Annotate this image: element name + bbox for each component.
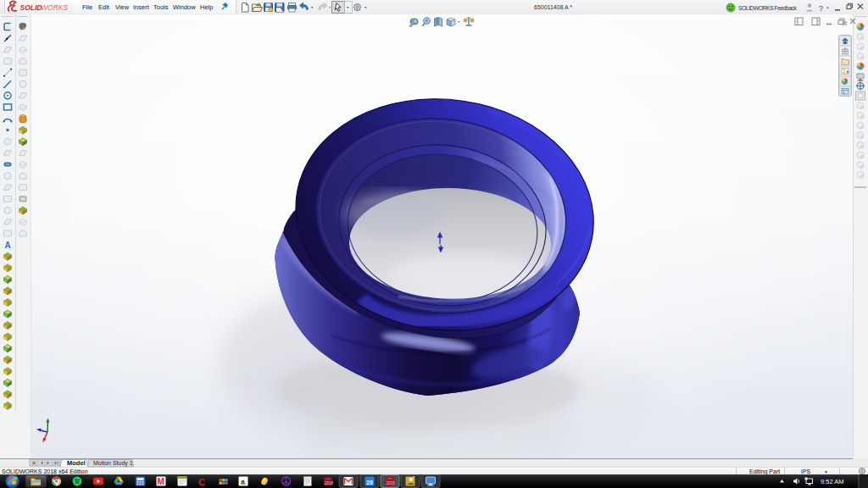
svg-text:A: A bbox=[5, 241, 11, 250]
svg-text:a: a bbox=[241, 478, 245, 485]
svg-text:Model: Model bbox=[67, 459, 86, 467]
svg-text:2018: 2018 bbox=[325, 481, 334, 485]
svg-text:M: M bbox=[158, 477, 164, 486]
svg-text:Motion Study 1: Motion Study 1 bbox=[93, 460, 133, 467]
svg-text:28: 28 bbox=[366, 480, 373, 485]
svg-text:2018: 2018 bbox=[387, 481, 396, 485]
svg-text:9:52 AM: 9:52 AM bbox=[821, 478, 844, 485]
svg-text:C: C bbox=[198, 477, 205, 487]
